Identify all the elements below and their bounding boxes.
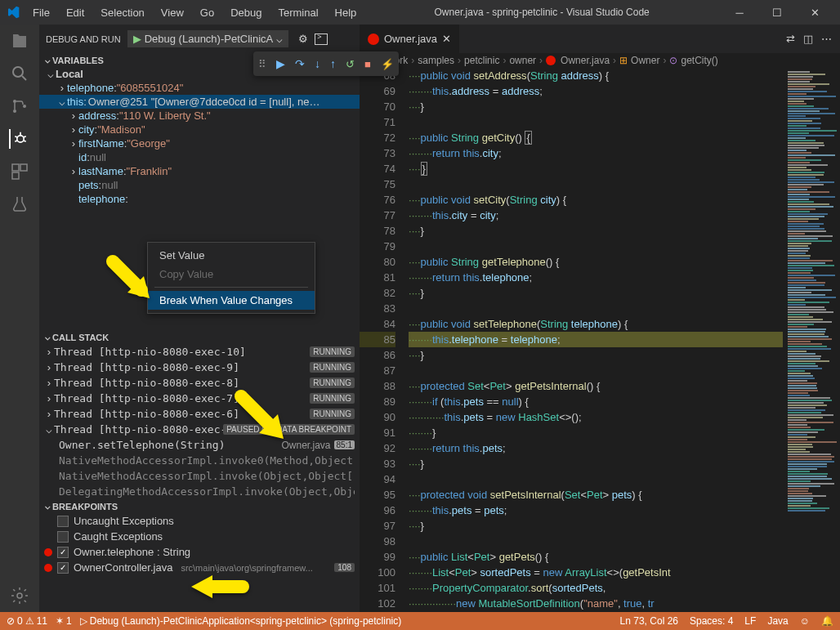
gutter[interactable]: 6869707172737475767778798081828384858687… [360, 68, 409, 612]
thread-row[interactable]: ›Thread [http-nio-8080-exec-9]RUNNING [39, 360, 360, 375]
svg-point-14 [17, 593, 22, 598]
search-icon[interactable] [10, 64, 29, 83]
ctx-break-when-value-changes[interactable]: Break When Value Changes [148, 291, 315, 310]
compare-icon[interactable]: ⇄ [786, 33, 795, 45]
svg-line-1 [22, 76, 26, 80]
restart-icon[interactable]: ↺ [346, 58, 355, 70]
activity-bar [0, 25, 39, 612]
bp-data[interactable]: Owner.telephone : String [39, 544, 360, 560]
sb-eol[interactable]: LF [744, 615, 756, 627]
sb-position[interactable]: Ln 73, Col 26 [620, 615, 678, 627]
ctx-copy-value: Copy Value [148, 265, 315, 284]
thread-row[interactable]: ›Thread [http-nio-8080-exec-6]RUNNING [39, 406, 360, 422]
sb-debug-config[interactable]: ▷ Debug (Launch)-PetClinicApplication<sp… [80, 615, 402, 627]
ctx-set-value[interactable]: Set Value [148, 246, 315, 265]
menu-debug[interactable]: Debug [224, 3, 268, 22]
settings-icon[interactable] [10, 586, 29, 605]
var-city[interactable]: ›city: "Madison" [39, 123, 360, 136]
menu-help[interactable]: Help [328, 3, 364, 22]
sb-feedback-icon[interactable]: ☺ [800, 615, 810, 627]
menu-go[interactable]: Go [194, 3, 221, 22]
annotation-arrow-2 [233, 388, 298, 449]
code[interactable]: ····public void setAddress(String addres… [409, 68, 783, 612]
thread-row[interactable]: ›Thread [http-nio-8080-exec-7]RUNNING [39, 391, 360, 406]
var-id[interactable]: id: null [39, 150, 360, 164]
maximize-button[interactable]: ☐ [758, 0, 796, 25]
test-icon[interactable] [10, 194, 29, 214]
debug-config-dropdown[interactable]: ▶ Debug (Launch)-PetClinicA ⌵ [127, 30, 289, 47]
annotation-arrow-1 [105, 253, 162, 311]
source-control-icon[interactable] [10, 96, 29, 116]
extensions-icon[interactable] [10, 162, 29, 181]
editor: Owner.java ✕ ⇄ ◫ ⋯ … › work › samples › … [360, 25, 840, 612]
var-lastName[interactable]: ›lastName: "Franklin" [39, 164, 360, 178]
split-icon[interactable]: ◫ [803, 33, 813, 45]
var-this[interactable]: ⌵this: Owner@251 "[Owner@7ddce0cd id = [… [39, 95, 360, 109]
thread-row[interactable]: ›Thread [http-nio-8080-exec-10]RUNNING [39, 344, 360, 360]
play-icon: ▶ [133, 33, 141, 45]
var-pets[interactable]: pets: null [39, 178, 360, 192]
stop-icon[interactable]: ■ [364, 58, 371, 70]
thread-row[interactable]: ›Thread [http-nio-8080-exec-8]RUNNING [39, 375, 360, 391]
menu-view[interactable]: View [154, 3, 190, 22]
thread-row[interactable]: ⌵Thread [http-nio-8080-exec-5]PAUSED ON … [39, 422, 360, 437]
debug-toolbar[interactable]: ⠿ ▶ ↷ ↓ ↑ ↺ ■ ⚡ [253, 51, 399, 76]
close-button[interactable]: ✕ [796, 0, 833, 25]
frame-row[interactable]: NativeMethodAccessorImpl.invoke(Object,O… [39, 468, 360, 484]
breadcrumb[interactable]: … › work › samples › petclinic › owner ›… [360, 53, 840, 68]
sb-problems[interactable]: ⊘ 0 ⚠ 11 [7, 615, 47, 627]
breakpoints-header[interactable]: ⌵BREAKPOINTS [39, 499, 360, 513]
var-telephone[interactable]: telephone: [39, 192, 360, 206]
svg-rect-13 [12, 172, 19, 179]
svg-point-2 [13, 100, 16, 103]
bp-caught[interactable]: Caught Exceptions [39, 529, 360, 544]
menu-edit[interactable]: Edit [60, 3, 91, 22]
sb-spaces[interactable]: Spaces: 4 [690, 615, 733, 627]
minimap[interactable] [783, 68, 840, 612]
close-icon[interactable]: ✕ [442, 33, 451, 45]
window-title: Owner.java - spring-petclinic - Visual S… [363, 7, 721, 18]
vscode-logo-icon [7, 6, 20, 19]
menu-terminal[interactable]: Terminal [271, 3, 324, 22]
menu-selection[interactable]: Selection [94, 3, 150, 22]
variable-context-menu: Set Value Copy Value Break When Value Ch… [147, 242, 315, 314]
debug-sidebar: DEBUG AND RUN ▶ Debug (Launch)-PetClinic… [39, 25, 360, 612]
debug-icon[interactable] [9, 129, 29, 149]
explorer-icon[interactable] [10, 31, 29, 51]
menu-bar: FileEditSelectionViewGoDebugTerminalHelp [26, 3, 363, 22]
bp-uncaught[interactable]: Uncaught Exceptions [39, 513, 360, 529]
menu-file[interactable]: File [26, 3, 56, 22]
debug-console-icon[interactable] [315, 34, 328, 45]
var-address[interactable]: ›address: "110 W. Liberty St." [39, 109, 360, 123]
svg-rect-11 [12, 164, 19, 171]
step-over-icon[interactable]: ↷ [295, 57, 305, 70]
titlebar: FileEditSelectionViewGoDebugTerminalHelp… [0, 0, 840, 25]
callstack-header[interactable]: ⌵CALL STACK [39, 330, 360, 344]
svg-point-3 [13, 109, 16, 113]
var-firstName[interactable]: ›firstName: "George" [39, 136, 360, 150]
continue-icon[interactable]: ▶ [276, 57, 285, 70]
step-into-icon[interactable]: ↓ [315, 57, 320, 70]
svg-point-4 [23, 105, 26, 108]
java-file-icon [368, 34, 379, 45]
statusbar: ⊘ 0 ⚠ 11 ✶ 1 ▷ Debug (Launch)-PetClinicA… [0, 612, 840, 630]
svg-point-5 [17, 136, 24, 142]
step-out-icon[interactable]: ↑ [330, 57, 336, 70]
hot-reload-icon[interactable]: ⚡ [381, 58, 394, 70]
gear-icon[interactable]: ⚙ [298, 33, 308, 45]
frame-row[interactable]: NativeMethodAccessorImpl.invoke0(Method,… [39, 453, 360, 468]
sb-ports[interactable]: ✶ 1 [56, 615, 72, 627]
tab-label: Owner.java [384, 33, 437, 45]
more-icon[interactable]: ⋯ [821, 33, 832, 45]
drag-handle-icon[interactable]: ⠿ [258, 58, 266, 70]
var-telephone-param[interactable]: ›telephone: "6085551024" [39, 81, 360, 95]
sb-bell-icon[interactable]: 🔔 [821, 615, 833, 627]
sidebar-title: DEBUG AND RUN [46, 34, 121, 44]
frame-row[interactable]: DelegatingMethodAccessorImpl.invoke(Obje… [39, 484, 360, 499]
minimize-button[interactable]: ─ [721, 0, 758, 25]
debug-config-label: Debug (Launch)-PetClinicA [145, 33, 274, 45]
svg-point-0 [13, 67, 23, 77]
tab-owner-java[interactable]: Owner.java ✕ [360, 25, 459, 53]
sb-lang[interactable]: Java [767, 615, 788, 627]
frame-row[interactable]: Owner.setTelephone(String)Owner.java85:1 [39, 437, 360, 453]
